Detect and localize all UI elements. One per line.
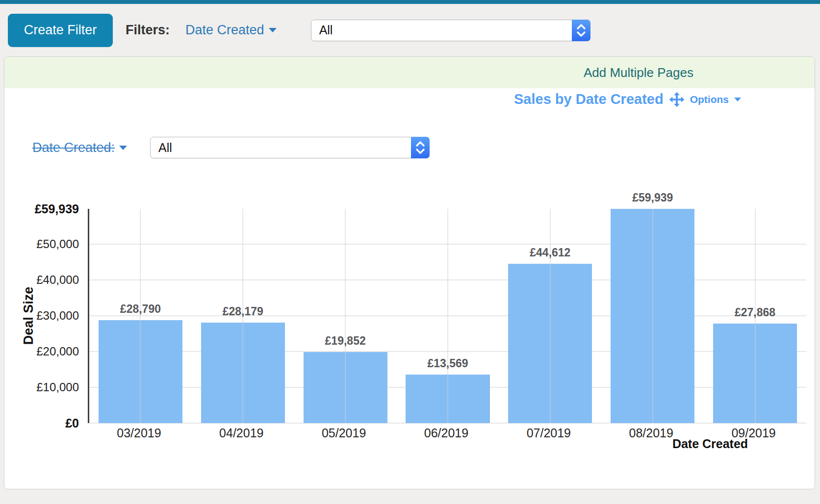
- inline-filter-row: Date Created: All: [32, 137, 430, 158]
- x-tick-label: 07/2019: [527, 426, 571, 440]
- y-tick-label: £59,939: [35, 202, 79, 216]
- gridline-vertical: [447, 209, 448, 423]
- filter-toolbar: Create Filter Filters: Date Created All: [0, 4, 820, 56]
- add-multiple-pages-link[interactable]: Add Multiple Pages: [584, 65, 693, 80]
- x-tick-label: 08/2019: [629, 426, 673, 440]
- top-accent-strip: [0, 0, 820, 4]
- move-icon[interactable]: [669, 92, 685, 107]
- filter-value-select[interactable]: All: [311, 20, 590, 41]
- select-stepper-icon: [411, 137, 430, 158]
- bar-value-label: £19,852: [325, 334, 366, 348]
- bar-value-label: £28,790: [120, 302, 161, 316]
- filter-field-link-label: Date Created: [185, 23, 264, 38]
- x-tick-label: 03/2019: [117, 426, 161, 440]
- bar-value-label: £59,939: [632, 191, 673, 204]
- gridline-vertical: [140, 209, 141, 423]
- page-actions-bar: Add Multiple Pages: [4, 57, 815, 88]
- gridline-vertical: [550, 209, 551, 423]
- report-title: Sales by Date Created: [514, 91, 664, 107]
- bar-value-label: £44,612: [530, 246, 570, 259]
- gridline-vertical: [345, 209, 346, 423]
- gridline-vertical: [652, 209, 653, 423]
- chevron-down-icon: [269, 28, 277, 32]
- bar-chart-plot: £28,790£28,179£19,852£13,569£44,612£59,9…: [88, 209, 806, 423]
- create-filter-button[interactable]: Create Filter: [8, 14, 113, 47]
- inline-filter-select-value: All: [151, 141, 172, 155]
- report-title-row: Sales by Date Created Options: [514, 91, 741, 107]
- y-tick-label: £30,000: [36, 309, 79, 323]
- bar-value-label: £28,179: [223, 305, 263, 318]
- y-tick-label: £20,000: [36, 345, 79, 358]
- filter-field-link[interactable]: Date Created: [185, 23, 277, 38]
- inline-filter-select[interactable]: All: [150, 137, 430, 158]
- inline-filter-link[interactable]: Date Created:: [32, 140, 115, 155]
- x-axis-title: Date Created: [672, 437, 748, 451]
- y-tick-label: £10,000: [36, 380, 79, 394]
- y-tick-label: £0: [65, 416, 79, 430]
- y-tick-label: £50,000: [36, 237, 79, 251]
- y-axis-ticks: £59,939£50,000£40,000£30,000£20,000£10,0…: [4, 209, 83, 423]
- select-stepper-icon: [572, 20, 590, 41]
- filter-value-select-value: All: [311, 23, 333, 37]
- x-tick-label: 06/2019: [424, 426, 468, 440]
- x-tick-label: 05/2019: [322, 426, 366, 440]
- x-tick-label: 04/2019: [219, 426, 263, 440]
- options-chevron-down-icon[interactable]: [734, 98, 741, 101]
- filters-label: Filters:: [126, 23, 170, 38]
- y-tick-label: £40,000: [36, 273, 79, 287]
- options-link[interactable]: Options: [690, 94, 729, 105]
- bar-value-label: £27,868: [735, 306, 775, 319]
- report-panel: Add Multiple Pages Sales by Date Created…: [4, 56, 815, 489]
- inline-filter-chevron-down-icon[interactable]: [119, 146, 127, 150]
- bar-value-label: £13,569: [427, 357, 468, 370]
